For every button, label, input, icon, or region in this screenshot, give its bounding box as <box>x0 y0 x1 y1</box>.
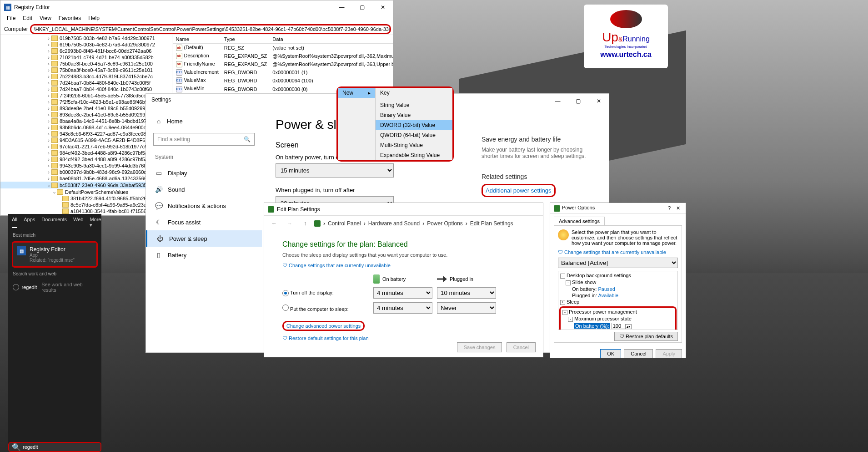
ctx-new[interactable]: New ▸ <box>338 88 375 98</box>
help-button[interactable]: ? <box>666 205 672 211</box>
restore-default-link[interactable]: 🛡 Restore default settings for this plan <box>282 335 525 341</box>
logo-url: www.urtech.ca <box>587 51 664 59</box>
ctx-item[interactable]: Binary Value <box>376 110 452 120</box>
tree-node[interactable]: ›7d24baa7-0b84-480f-840c-1b0743c00f60 <box>0 86 172 92</box>
forward-button[interactable]: → <box>283 217 296 230</box>
ctx-key[interactable]: Key <box>376 88 452 98</box>
restore-defaults-button[interactable]: 🛡 Restore plan defaults <box>614 332 678 341</box>
editplan-shield-link[interactable]: 🛡 Change settings that are currently una… <box>282 263 391 268</box>
cancel-button[interactable]: Cancel <box>624 349 653 358</box>
tree-node[interactable]: ›619b7505-003b-4e82-b7a6-4dd29c300972 <box>0 41 172 48</box>
tab-all[interactable]: All <box>12 217 17 228</box>
taskbar-search-input[interactable] <box>23 444 98 450</box>
minimize-button[interactable]: — <box>331 0 352 14</box>
menu-file[interactable]: File <box>3 14 19 23</box>
poweropt-shield-link[interactable]: 🛡 Change settings that are currently una… <box>558 249 666 255</box>
menu-edit[interactable]: Edit <box>19 14 36 23</box>
display-battery-select[interactable]: 4 minutes <box>373 287 432 299</box>
editplan-titlebar[interactable]: Edit Plan Settings <box>264 203 543 216</box>
taskbar-search-box[interactable]: 🔍 <box>8 442 101 452</box>
regedit-titlebar[interactable]: ▦ Registry Editor — ▢ ✕ <box>0 0 393 14</box>
tree-node[interactable]: ›7d24baa7-0b84-480f-840c-1b0743c00f5f <box>0 80 172 86</box>
value-row[interactable]: abDescriptionREG_EXPAND_SZ@%SystemRoot%\… <box>173 52 393 60</box>
nav-item[interactable]: ▭Display <box>146 165 262 181</box>
nav-item[interactable]: ⏻Power & sleep <box>146 230 262 247</box>
value-row[interactable]: ab(Default)REG_SZ(value not set) <box>173 44 393 52</box>
poweropt-tree[interactable]: -Desktop background settings -Slide show… <box>558 271 678 330</box>
poweropt-titlebar[interactable]: Power Options ?✕ <box>550 203 686 214</box>
display-plugged-select[interactable]: 10 minutes <box>437 287 496 299</box>
menu-favorites[interactable]: Favorites <box>55 14 85 23</box>
ctx-item[interactable]: QWORD (64-bit) Value <box>376 130 452 140</box>
ctx-item[interactable]: Expandable String Value <box>376 150 452 160</box>
maximize-button[interactable]: ▢ <box>568 94 588 108</box>
poweropt-desc: Select the power plan that you want to c… <box>572 229 678 246</box>
up-button[interactable]: ↑ <box>299 217 311 230</box>
col-name[interactable]: Name <box>173 35 221 44</box>
crumb-control-panel[interactable]: Control Panel <box>328 220 361 227</box>
row-display-label: Turn off the display: <box>282 290 369 296</box>
nav-item[interactable]: ☾Focus assist <box>146 214 262 230</box>
nav-home[interactable]: ⌂Home <box>146 113 262 129</box>
value-row[interactable]: 011ValueMaxREG_DWORD0x00000064 (100) <box>173 76 393 85</box>
nav-item[interactable]: ▯Battery <box>146 247 262 263</box>
additional-power-settings-link[interactable]: Additional power settings <box>482 184 556 197</box>
search-web-row[interactable]: regedit See work and web results <box>8 278 101 296</box>
addr-path-highlighted[interactable]: \HKEY_LOCAL_MACHINE\SYSTEM\CurrentContro… <box>30 24 391 34</box>
nav-icon: 🔊 <box>155 186 162 193</box>
tree-node[interactable]: ›019b7505-003b-4e82-b7a6-4dd29c300971 <box>0 35 172 41</box>
menu-view[interactable]: View <box>36 14 55 23</box>
ok-button[interactable]: OK <box>600 349 621 358</box>
bulb-icon <box>558 229 569 240</box>
regedit-result-icon: ▦ <box>17 246 26 255</box>
power-icon <box>268 206 274 213</box>
close-button[interactable]: ✕ <box>372 0 393 14</box>
maximize-button[interactable]: ▢ <box>352 0 372 14</box>
save-changes-button[interactable]: Save changes <box>457 342 502 352</box>
advanced-tab[interactable]: Advanced settings <box>554 217 605 225</box>
ctx-item[interactable]: DWORD (32-bit) Value <box>376 120 452 130</box>
minimize-button[interactable]: — <box>547 94 568 108</box>
settings-search[interactable]: Find a setting🔍 <box>153 133 255 146</box>
close-button[interactable]: ✕ <box>588 94 609 108</box>
tab-more[interactable]: More ▾ <box>90 217 101 228</box>
close-button[interactable]: ✕ <box>674 205 682 211</box>
row-sleep-label: Put the computer to sleep: <box>282 305 369 312</box>
cancel-button[interactable]: Cancel <box>507 342 536 352</box>
start-search-panel: All Apps Documents Web More ▾ Best match… <box>8 214 101 446</box>
value-row[interactable]: 011ValueIncrementREG_DWORD0x00000001 (1) <box>173 68 393 76</box>
nav-item[interactable]: 🔊Sound <box>146 181 262 198</box>
plugged-turnoff-label: When plugged in, turn off after <box>276 187 468 193</box>
context-menu-new: New ▸ KeyString ValueBinary ValueDWORD (… <box>336 86 454 162</box>
col-type[interactable]: Type <box>221 35 270 44</box>
crumb-hardware[interactable]: Hardware and Sound <box>368 220 420 227</box>
tree-node[interactable]: ›75b0ae3f-bce0-45a7-8c89-c9611c25e100 <box>0 61 172 67</box>
tab-documents[interactable]: Documents <box>41 217 67 228</box>
ctx-item[interactable]: String Value <box>376 100 452 110</box>
crumb-power-options[interactable]: Power Options <box>427 220 463 227</box>
battery-turnoff-select[interactable]: 15 minutes <box>276 163 394 178</box>
tab-web[interactable]: Web <box>73 217 83 228</box>
tree-node[interactable]: ›6c2993b0-8f48-481f-bcc6-00dd2742aa06 <box>0 48 172 54</box>
value-row[interactable]: abFriendlyNameREG_EXPAND_SZ@%SystemRoot%… <box>173 60 393 68</box>
sleep-battery-select[interactable]: 4 minutes <box>373 302 432 314</box>
tree-node[interactable]: ›75b0ae3f-bce0-45a7-8c89-c9611c25e101 <box>0 67 172 73</box>
apply-button[interactable]: Apply <box>656 349 682 358</box>
sleep-plugged-select[interactable]: Never <box>437 302 496 314</box>
crumb-edit-plan: Edit Plan Settings <box>470 220 513 227</box>
search-result-regedit[interactable]: ▦ Registry Editor App Related: "regedit.… <box>12 241 98 268</box>
ctx-item[interactable]: Multi-String Value <box>376 140 452 150</box>
power-plan-select[interactable]: Balanced [Active] <box>558 258 678 268</box>
change-advanced-link[interactable]: Change advanced power settings <box>282 321 365 331</box>
menu-help[interactable]: Help <box>85 14 103 23</box>
col-data[interactable]: Data <box>270 35 393 44</box>
nav-item[interactable]: 💬Notifications & actions <box>146 198 262 214</box>
tree-node[interactable]: ›7b224883-b3cc-4d79-819f-8374152cbe7c <box>0 73 172 80</box>
max-battery-value[interactable]: 100 <box>612 323 625 329</box>
settings-nav: ⌂Home Find a setting🔍 System ▭Display🔊So… <box>146 108 262 352</box>
tree-node[interactable]: ›71021b41-c749-4d21-be74-a00f335d582b <box>0 54 172 61</box>
nav-icon: ▯ <box>155 251 162 259</box>
back-button[interactable]: ← <box>268 217 281 230</box>
max-battery-label[interactable]: On battery (%): <box>574 323 610 329</box>
tab-apps[interactable]: Apps <box>24 217 35 228</box>
